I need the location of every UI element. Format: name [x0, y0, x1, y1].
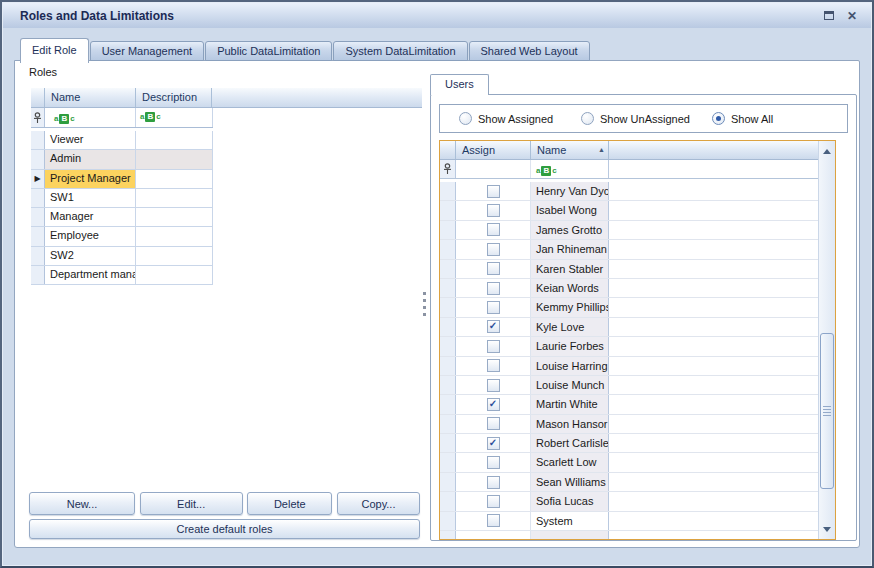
role-row[interactable]: Viewer: [31, 131, 213, 150]
role-description-cell[interactable]: [136, 150, 213, 168]
assign-checkbox[interactable]: ✓: [487, 437, 500, 450]
user-row[interactable]: Scarlett Low: [440, 453, 818, 472]
assign-cell[interactable]: [456, 357, 531, 375]
create-default-roles-button[interactable]: Create default roles: [29, 519, 420, 539]
scroll-down-button[interactable]: [819, 521, 835, 537]
user-name-cell[interactable]: Henry Van Dyc: [531, 182, 609, 200]
description-filter-cell[interactable]: aBc: [136, 108, 213, 127]
role-row[interactable]: Employee: [31, 227, 213, 246]
users-scrollbar[interactable]: [818, 141, 835, 539]
assign-cell[interactable]: [456, 182, 531, 200]
user-row[interactable]: Mason Hansor: [440, 415, 818, 434]
role-name-cell[interactable]: Viewer: [45, 131, 136, 149]
assign-checkbox[interactable]: [487, 301, 500, 314]
assign-checkbox[interactable]: ✓: [487, 398, 500, 411]
role-description-cell[interactable]: [136, 247, 213, 265]
role-name-cell[interactable]: Employee: [45, 227, 136, 245]
role-row[interactable]: SW1: [31, 189, 213, 208]
user-name-cell[interactable]: Scarlett Low: [531, 453, 609, 471]
column-header-description[interactable]: Description: [136, 88, 212, 107]
user-row[interactable]: Louise Harring: [440, 357, 818, 376]
assign-checkbox[interactable]: [487, 340, 500, 353]
assign-cell[interactable]: [456, 240, 531, 258]
roles-auto-filter-row[interactable]: aBc aBc: [31, 108, 213, 128]
user-name-cell[interactable]: System: [531, 512, 609, 530]
assign-cell[interactable]: ✓: [456, 318, 531, 336]
assign-checkbox[interactable]: [487, 495, 500, 508]
user-name-cell[interactable]: Laurie Forbes: [531, 337, 609, 355]
assign-cell[interactable]: ✓: [456, 434, 531, 452]
role-name-cell[interactable]: SW2: [45, 247, 136, 265]
assign-checkbox[interactable]: [487, 456, 500, 469]
assign-checkbox[interactable]: [487, 223, 500, 236]
user-row[interactable]: Keian Words: [440, 279, 818, 298]
role-row[interactable]: Manager: [31, 208, 213, 227]
user-name-cell[interactable]: Sean Williams: [531, 473, 609, 491]
column-header-name[interactable]: Name: [45, 88, 136, 107]
user-name-cell[interactable]: Mason Hansor: [531, 415, 609, 433]
tab-system-datalimitation[interactable]: System DataLimitation: [333, 41, 467, 61]
assign-checkbox[interactable]: [487, 262, 500, 275]
role-name-cell[interactable]: Department mana: [45, 266, 136, 284]
user-row[interactable]: Sofia Lucas: [440, 492, 818, 511]
role-description-cell[interactable]: [136, 131, 213, 149]
tab-public-datalimitation[interactable]: Public DataLimitation: [205, 41, 332, 61]
assign-cell[interactable]: [456, 201, 531, 219]
user-name-cell[interactable]: Jan Rhineman: [531, 240, 609, 258]
title-bar[interactable]: Roles and Data Limitations ✕: [3, 3, 871, 28]
close-button[interactable]: ✕: [845, 9, 859, 23]
assign-cell[interactable]: [456, 298, 531, 316]
user-name-cell[interactable]: Isabel Wong: [531, 201, 609, 219]
assign-cell[interactable]: [456, 337, 531, 355]
assign-checkbox[interactable]: [487, 379, 500, 392]
role-description-cell[interactable]: [136, 208, 213, 226]
scrollbar-thumb[interactable]: [820, 333, 834, 489]
user-row[interactable]: ✓Kyle Love: [440, 318, 818, 337]
role-name-cell[interactable]: Admin: [45, 150, 136, 168]
role-row[interactable]: Admin: [31, 150, 213, 169]
assign-cell[interactable]: [456, 260, 531, 278]
assign-checkbox[interactable]: ✓: [487, 320, 500, 333]
user-name-cell[interactable]: James Grotto: [531, 221, 609, 239]
user-name-cell[interactable]: Martin White: [531, 395, 609, 413]
column-header-name[interactable]: Name ▲: [531, 141, 609, 159]
user-row[interactable]: System: [440, 512, 818, 531]
user-name-cell[interactable]: Keian Words: [531, 279, 609, 297]
user-row[interactable]: Isabel Wong: [440, 201, 818, 220]
user-name-cell[interactable]: Louise Harring: [531, 357, 609, 375]
role-description-cell[interactable]: [136, 227, 213, 245]
radio-show-assigned[interactable]: Show Assigned: [459, 112, 581, 125]
assign-cell[interactable]: [456, 512, 531, 530]
assign-checkbox[interactable]: [487, 282, 500, 295]
user-name-cell[interactable]: Louise Munch: [531, 376, 609, 394]
users-auto-filter-row[interactable]: aBc: [440, 160, 818, 179]
role-description-cell[interactable]: [136, 266, 213, 284]
role-row[interactable]: ▶Project Manager: [31, 170, 213, 189]
user-row[interactable]: Karen Stabler: [440, 260, 818, 279]
name-filter-cell[interactable]: aBc: [45, 108, 136, 127]
assign-checkbox[interactable]: [487, 417, 500, 430]
user-name-cell[interactable]: Robert Carlisle: [531, 434, 609, 452]
assign-checkbox[interactable]: [487, 476, 500, 489]
role-description-cell[interactable]: [136, 189, 213, 207]
assign-checkbox[interactable]: [487, 185, 500, 198]
role-row[interactable]: SW2: [31, 247, 213, 266]
assign-filter-cell[interactable]: [456, 160, 531, 178]
assign-cell[interactable]: [456, 473, 531, 491]
assign-checkbox[interactable]: [487, 359, 500, 372]
role-name-cell[interactable]: Manager: [45, 208, 136, 226]
copy-role-button[interactable]: Copy...: [337, 492, 420, 515]
column-header-assign[interactable]: Assign: [456, 141, 531, 159]
delete-role-button[interactable]: Delete: [247, 492, 332, 515]
user-row[interactable]: Jan Rhineman: [440, 240, 818, 259]
assign-cell[interactable]: [456, 453, 531, 471]
radio-show-unassigned[interactable]: Show UnAssigned: [581, 112, 712, 125]
tab-shared-web-layout[interactable]: Shared Web Layout: [469, 41, 590, 61]
assign-cell[interactable]: [456, 221, 531, 239]
assign-cell[interactable]: [456, 376, 531, 394]
user-name-cell[interactable]: Kyle Love: [531, 318, 609, 336]
assign-cell[interactable]: ✓: [456, 395, 531, 413]
user-name-cell[interactable]: Karen Stabler: [531, 260, 609, 278]
user-row[interactable]: Louise Munch: [440, 376, 818, 395]
assign-cell[interactable]: [456, 492, 531, 510]
